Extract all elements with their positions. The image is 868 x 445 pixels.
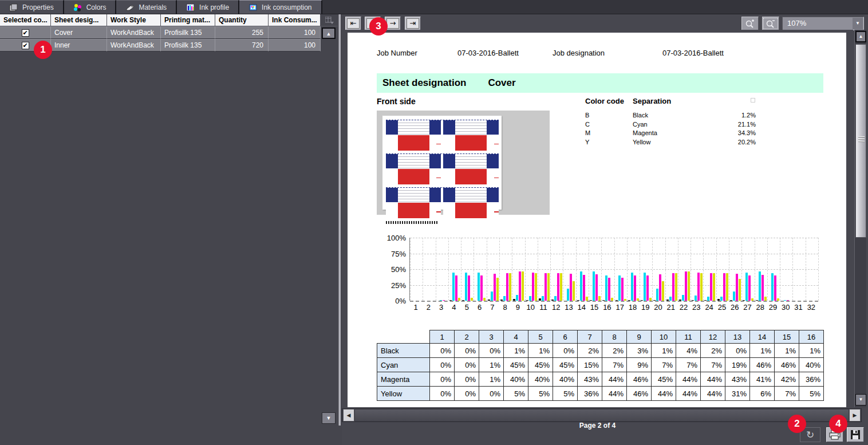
cell-sheet-designation: Cover (51, 26, 107, 39)
chart-x-tick: 5 (460, 303, 473, 312)
ink-table-cell: 44% (602, 387, 627, 401)
ink-table-column-header: 6 (553, 330, 578, 344)
ink-table-cell: 0% (455, 372, 479, 387)
ink-table-cell: 7% (602, 358, 627, 372)
chart-bar-magenta (608, 278, 610, 301)
separation-row: BBlack1.2% (585, 112, 756, 121)
chart-bar-group (716, 273, 729, 301)
ink-table-cell: 1% (479, 372, 504, 387)
vertical-scrollbar-thumb[interactable] (855, 44, 866, 238)
ink-zone-table: 12345678910111213141516Black0%0%0%1%1%0%… (377, 330, 824, 401)
tab-properties[interactable]: Properties (0, 0, 64, 14)
chart-bar-group (576, 271, 589, 301)
label-block (398, 154, 429, 168)
report-page: Job Number 07-03-2016-Ballett Job design… (348, 33, 846, 407)
last-page-icon: ⇥ (407, 18, 419, 29)
tab-bar: Properties Colors Materials Ink profile (0, 0, 868, 14)
left-scrollbar-down-button[interactable]: ▼ (322, 412, 336, 424)
cell-printing-material: Profisilk 135 (161, 39, 215, 52)
scroll-right-button[interactable]: ▶ (849, 409, 861, 422)
column-header-ink-consumption[interactable]: Ink Consum... (269, 14, 321, 26)
chart-bar-yellow (547, 273, 550, 301)
chart-bar-yellow (509, 273, 511, 301)
zoom-level-dropdown[interactable]: 107% ▼ (782, 17, 864, 30)
dropdown-arrow-icon[interactable]: ▼ (853, 18, 863, 29)
label-block (455, 120, 487, 135)
chart-y-tick: 75% (370, 250, 406, 258)
column-header-sheet-designation[interactable]: Sheet desig... (51, 14, 107, 26)
tab-materials[interactable]: Materials (116, 0, 177, 14)
chart-x-tick: 10 (524, 303, 537, 312)
column-header-printing-material[interactable]: Printing mat... (161, 14, 215, 26)
white-block (443, 169, 455, 184)
column-header-quantity[interactable]: Quantity (215, 14, 269, 26)
chart-bar-yellow (611, 298, 613, 301)
chart-bar-black (462, 300, 464, 301)
ticket-row-blue (386, 120, 499, 135)
white-block (487, 169, 499, 184)
chart-bar-group (563, 274, 575, 301)
chart-y-tick: 25% (370, 281, 406, 290)
chart-bar-black (692, 300, 694, 301)
vertical-scrollbar[interactable]: ▲ ▼ (854, 30, 866, 407)
ink-table-column-header: 3 (479, 330, 504, 344)
panel-divider[interactable] (338, 14, 341, 426)
chart-bar-black (526, 300, 528, 301)
chart-bar-cyan (759, 271, 761, 301)
chart-bar-black (590, 300, 592, 301)
selected-checkbox[interactable]: ✔ (22, 29, 29, 37)
chart-bar-magenta (621, 278, 624, 301)
first-page-icon: ⇤ (347, 18, 360, 29)
chart-bar-group (741, 273, 754, 301)
ink-table-cell: 36% (578, 387, 602, 401)
ink-table-cell: 0% (455, 358, 479, 372)
column-header-selected[interactable]: Selected co... (0, 14, 51, 26)
chart-bar-yellow (483, 298, 486, 301)
column-header-work-style[interactable]: Work Style (107, 14, 161, 26)
chart-x-tick: 4 (448, 303, 460, 312)
tab-ink-consumption[interactable]: Ink consumption (239, 0, 322, 14)
next-page-icon: → (386, 18, 399, 29)
chart-bar-black (577, 300, 579, 301)
separation-header-box (751, 98, 755, 103)
last-page-button[interactable]: ⇥ (405, 17, 421, 30)
ink-table-cell: 2% (578, 344, 602, 358)
column-picker-icon[interactable] (321, 14, 338, 26)
chart-x-tick: 13 (562, 303, 575, 312)
ink-table-column-header: 7 (578, 330, 602, 344)
selected-checkbox[interactable]: ✔ (22, 42, 29, 49)
horizontal-scrollbar[interactable]: ◀ ▶ (342, 408, 862, 422)
ink-table-cell: 46% (750, 358, 775, 372)
chart-bar-group (448, 273, 461, 301)
ink-consumption-icon (248, 3, 258, 11)
chart-x-tick: 14 (575, 303, 588, 312)
ink-table-cell: 4% (676, 344, 701, 358)
document-viewport: Job Number 07-03-2016-Ballett Job design… (342, 30, 853, 407)
tab-ink-profile[interactable]: Ink profile (177, 0, 239, 14)
horizontal-scrollbar-thumb[interactable] (355, 409, 849, 421)
chart-vgridline (436, 238, 436, 301)
chart-x-tick: 24 (703, 303, 715, 312)
white-block (487, 135, 499, 151)
chart-vgridline (423, 238, 423, 301)
white-block (429, 169, 441, 184)
sheet-designation-band: Sheet designation Cover (377, 73, 823, 93)
separation-name: Yellow (633, 139, 650, 145)
chart-x-tick: 6 (473, 303, 486, 312)
left-scrollbar-up-button[interactable]: ▲ (322, 27, 336, 39)
front-side-label: Front side (377, 97, 416, 106)
scroll-left-button[interactable]: ◀ (343, 409, 354, 422)
save-button[interactable] (847, 427, 864, 442)
tab-colors[interactable]: Colors (64, 0, 117, 14)
ink-table-column-header: 13 (725, 330, 750, 344)
ink-table-cell: 46% (627, 372, 652, 387)
zoom-in-button[interactable] (741, 17, 759, 30)
ink-table-cell: 0% (725, 344, 750, 358)
separation-name: Cyan (633, 121, 648, 128)
first-page-button[interactable]: ⇤ (345, 17, 361, 30)
table-row-cover[interactable]: ✔ Cover WorkAndBack Profisilk 135 255 10… (0, 26, 321, 39)
chart-bar-cyan (720, 297, 723, 301)
zoom-out-button[interactable] (762, 17, 779, 30)
scroll-down-button[interactable]: ▼ (855, 394, 866, 405)
scroll-up-button[interactable]: ▲ (855, 31, 866, 42)
